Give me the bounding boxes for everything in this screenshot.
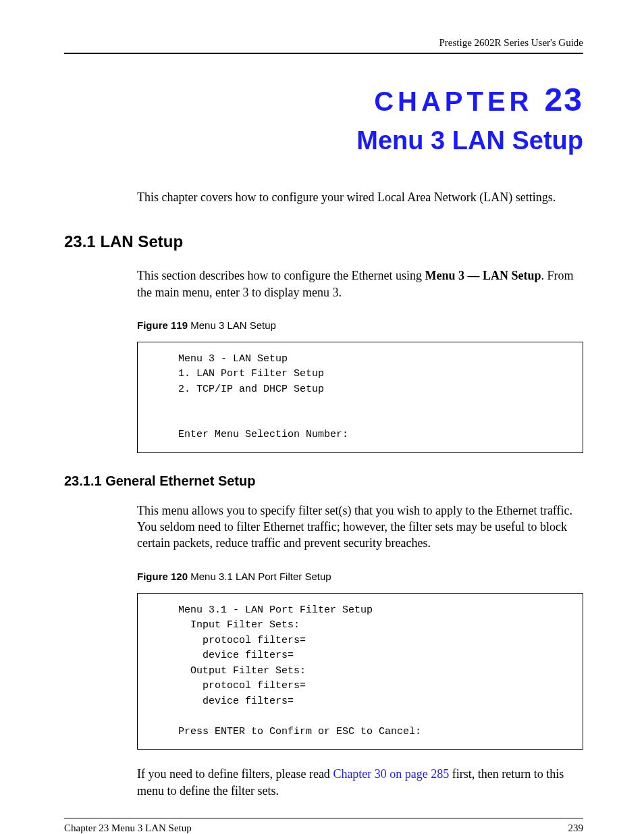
header-rule <box>64 53 583 54</box>
section-heading-23-1-1: 23.1.1 General Ethernet Setup <box>64 473 583 489</box>
body-text-bold: Menu 3 — LAN Setup <box>425 269 541 282</box>
figure-120-label: Figure 120 <box>137 571 188 582</box>
chapter-label: CHAPTER 23 <box>64 81 583 118</box>
figure-120-caption-text: Menu 3.1 LAN Port Filter Setup <box>188 571 331 582</box>
cross-reference-link[interactable]: Chapter 30 on page 285 <box>333 767 449 781</box>
chapter-title: Menu 3 LAN Setup <box>64 126 583 155</box>
chapter-heading-block: CHAPTER 23 Menu 3 LAN Setup <box>64 81 583 155</box>
figure-120-terminal: Menu 3.1 - LAN Port Filter Setup Input F… <box>137 593 583 750</box>
page-footer: Chapter 23 Menu 3 LAN Setup 239 <box>64 823 583 834</box>
page-number: 239 <box>568 823 584 834</box>
closing-pre: If you need to define filters, please re… <box>137 767 333 781</box>
figure-119-caption: Figure 119 Menu 3 LAN Setup <box>137 319 583 331</box>
chapter-word: CHAPTER <box>374 86 533 116</box>
running-header: Prestige 2602R Series User's Guide <box>64 37 583 53</box>
footer-rule <box>64 818 583 818</box>
body-text-pre: This section describes how to configure … <box>137 269 425 282</box>
chapter-intro-paragraph: This chapter covers how to configure you… <box>137 189 583 205</box>
section-23-1-body: This section describes how to configure … <box>137 267 583 301</box>
section-23-1-1-body: This menu allows you to specify filter s… <box>137 502 583 552</box>
closing-paragraph: If you need to define filters, please re… <box>137 766 583 799</box>
figure-120-caption: Figure 120 Menu 3.1 LAN Port Filter Setu… <box>137 571 583 582</box>
chapter-number: 23 <box>545 82 583 118</box>
figure-119-terminal: Menu 3 - LAN Setup 1. LAN Port Filter Se… <box>137 342 583 453</box>
figure-119-caption-text: Menu 3 LAN Setup <box>188 319 276 331</box>
section-heading-23-1: 23.1 LAN Setup <box>64 232 583 251</box>
footer-chapter-label: Chapter 23 Menu 3 LAN Setup <box>64 823 192 834</box>
figure-119-label: Figure 119 <box>137 319 188 331</box>
